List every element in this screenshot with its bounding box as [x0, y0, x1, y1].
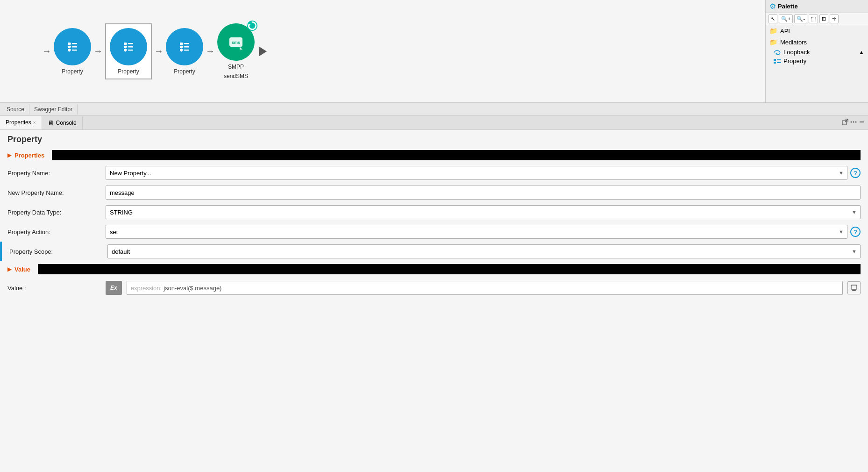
panel-tab-actions: [842, 119, 868, 127]
svg-rect-4: [72, 43, 77, 44]
flow-node-property-2[interactable]: Property: [105, 23, 152, 79]
panel-tab-console-label: Console: [56, 120, 77, 126]
ex-button[interactable]: Ex: [106, 281, 122, 295]
flow-node-smpp[interactable]: sms SMPP sendSMS: [217, 23, 255, 79]
svg-rect-19: [184, 46, 189, 48]
folder-icon-mediators: 📁: [769, 38, 777, 46]
triangle-icon: [259, 47, 267, 56]
bottom-panel: Properties × 🖥 Console Propert: [0, 116, 868, 472]
property-scope-row: Property Scope: default: [2, 242, 868, 261]
flow-arrow-2: [154, 46, 164, 57]
property-action-select-wrapper[interactable]: set: [106, 225, 847, 239]
panel-tab-console[interactable]: 🖥 Console: [42, 116, 83, 129]
panel-tab-properties[interactable]: Properties ×: [0, 116, 42, 129]
palette-item-api[interactable]: 📁 API: [766, 25, 868, 36]
node-circle-2: [110, 28, 147, 65]
flow-area: Property: [40, 23, 267, 79]
property-action-help-icon[interactable]: ?: [850, 227, 861, 237]
value-section-title: Value: [14, 266, 30, 273]
palette-marquee-btn[interactable]: ⊞: [819, 14, 828, 23]
palette-title: Palette: [778, 3, 798, 10]
svg-point-30: [851, 122, 852, 123]
node-circle-smpp: sms: [217, 23, 255, 61]
panel-minimize-btn[interactable]: [859, 119, 865, 127]
flow-node-property-3[interactable]: Property: [166, 28, 203, 75]
panel-overflow-btn[interactable]: [850, 119, 857, 127]
palette-property-label[interactable]: Property: [783, 57, 806, 64]
palette-header: ⚙ Palette: [766, 0, 868, 13]
properties-section-toggle[interactable]: ▶: [7, 152, 12, 158]
new-property-name-control: [106, 186, 861, 200]
flow-node-property-1[interactable]: Property: [54, 28, 91, 75]
svg-rect-5: [72, 46, 77, 48]
svg-rect-6: [72, 50, 77, 51]
property-action-label: Property Action:: [7, 229, 101, 236]
palette-loopback-container: Loopback ▲: [766, 48, 868, 57]
new-property-name-row: New Property Name:: [0, 183, 868, 202]
value-section-header: ▶ Value: [0, 261, 868, 277]
flow-arrow-3: [206, 46, 215, 57]
loopback-expand-icon: ▲: [859, 49, 864, 56]
folder-icon-api: 📁: [769, 27, 777, 35]
new-property-name-input[interactable]: [106, 186, 861, 200]
palette-mediators-label: Mediators: [780, 39, 807, 46]
property-action-row: Property Action: set ?: [0, 222, 868, 242]
tab-swagger-editor[interactable]: Swagger Editor: [29, 104, 78, 114]
palette-snap-btn[interactable]: ✛: [830, 14, 839, 23]
svg-text:sms: sms: [232, 40, 240, 45]
svg-rect-13: [128, 50, 133, 51]
property-data-type-select-wrapper[interactable]: STRING: [106, 205, 861, 219]
property-name-help-icon[interactable]: ?: [850, 168, 861, 178]
svg-point-31: [853, 122, 854, 123]
property-scope-control: default: [107, 244, 861, 258]
palette-api-label: API: [780, 28, 790, 35]
property-action-select[interactable]: set: [106, 225, 847, 239]
svg-rect-25: [777, 59, 781, 60]
svg-rect-35: [852, 290, 856, 291]
svg-rect-20: [184, 50, 189, 51]
panel-tab-close-properties[interactable]: ×: [33, 120, 36, 125]
palette-loopback-label[interactable]: Loopback: [783, 49, 810, 56]
loopback-icon: [773, 49, 782, 56]
palette-zoom-out-btn[interactable]: 🔍-: [794, 14, 807, 23]
node-circle-1: [54, 28, 91, 65]
palette-cursor-btn[interactable]: ↖: [768, 14, 777, 23]
property-name-select[interactable]: New Property...: [106, 166, 847, 180]
flow-arrow-1: [93, 46, 103, 57]
property-name-select-wrapper[interactable]: New Property...: [106, 166, 847, 180]
svg-rect-11: [128, 43, 133, 44]
value-input-wrap[interactable]: expression: json-eval($.message): [127, 281, 843, 295]
property-name-row: Property Name: New Property... ?: [0, 163, 868, 183]
flow-end-arrow: [259, 47, 267, 56]
property-data-type-row: Property Data Type: STRING: [0, 202, 868, 222]
palette-item-mediators[interactable]: 📁 Mediators: [766, 36, 868, 48]
palette-zoom-in-btn[interactable]: 🔍+: [779, 14, 793, 23]
palette-panel: ⚙ Palette ↖ 🔍+ 🔍- ⬚ ⊞ ✛ 📁 API 📁 Mediator…: [765, 0, 868, 102]
tabs-bar: Source Swagger Editor: [0, 103, 868, 116]
svg-rect-18: [184, 43, 189, 44]
svg-rect-34: [851, 285, 857, 289]
value-row: Value : Ex expression: json-eval($.messa…: [0, 277, 868, 299]
palette-select-btn[interactable]: ⬚: [809, 14, 818, 23]
flow-arrow-0: [42, 46, 51, 57]
expression-icon-btn[interactable]: [847, 281, 861, 294]
value-field-label: Value :: [7, 285, 101, 292]
tab-source[interactable]: Source: [2, 104, 29, 114]
property-name-control: New Property... ?: [106, 166, 861, 180]
palette-toolbar: ↖ 🔍+ 🔍- ⬚ ⊞ ✛: [766, 13, 868, 25]
property-scope-select-wrapper[interactable]: default: [107, 244, 861, 258]
palette-property-container: Property: [766, 57, 868, 65]
properties-section-title: Properties: [14, 152, 44, 159]
property-scope-select[interactable]: default: [107, 244, 861, 258]
property-data-type-select[interactable]: STRING: [106, 205, 861, 219]
node-label-3: Property: [174, 68, 195, 75]
value-section-toggle[interactable]: ▶: [7, 266, 12, 272]
svg-point-32: [855, 122, 857, 123]
node-label-1: Property: [62, 68, 83, 75]
panel-external-link-btn[interactable]: [842, 119, 848, 127]
smpp-badge: [247, 21, 257, 31]
expression-value: json-eval($.message): [164, 285, 221, 292]
svg-marker-23: [240, 47, 242, 50]
property-icon: [773, 58, 782, 64]
properties-section-bar: [52, 150, 861, 160]
